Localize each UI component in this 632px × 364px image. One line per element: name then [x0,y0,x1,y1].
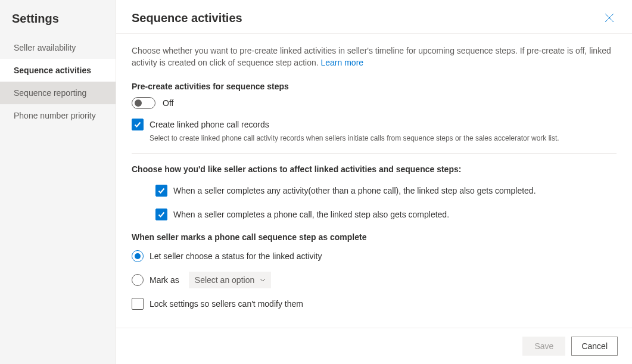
seller-action-1-checkbox[interactable] [155,185,167,197]
page-title: Sequence activities [132,11,242,25]
checkmark-icon [133,120,142,129]
lock-settings-row: Lock settings so sellers can't modify th… [132,298,617,310]
radio-let-seller-choose-row: Let seller choose a status for the linke… [132,250,617,262]
phone-records-row: Create linked phone call records Select … [132,119,617,144]
precreate-toggle-row: Off [132,97,617,109]
sidebar-item-sequence-reporting[interactable]: Sequence reporting [0,82,116,104]
radio-mark-as-row: Mark as Select an option [132,272,617,288]
save-button[interactable]: Save [522,337,565,356]
main-panel: Sequence activities Choose whether you w… [116,0,632,364]
radio-mark-as[interactable] [132,274,144,286]
phone-records-label: Create linked phone call records [150,119,617,130]
radio-let-seller-choose[interactable] [132,250,144,262]
seller-action-1-row: When a seller completes any activity(oth… [155,185,617,197]
seller-action-2-row: When a seller completes a phone call, th… [155,209,617,220]
panel-footer: Save Cancel [116,328,632,364]
sidebar-item-seller-availability[interactable]: Seller availability [0,36,116,59]
radio-let-seller-choose-label: Let seller choose a status for the linke… [150,251,322,261]
radio-dot [135,253,141,259]
panel-content: Choose whether you want to pre-create li… [116,34,632,328]
settings-sidebar: Settings Seller availability Sequence ac… [0,0,116,364]
close-button[interactable] [602,11,617,25]
mark-as-dropdown[interactable]: Select an option [189,272,271,288]
lock-settings-label: Lock settings so sellers can't modify th… [150,298,303,310]
checkmark-icon [157,210,166,219]
radio-mark-as-label: Mark as [150,275,179,285]
checkmark-icon [157,186,166,195]
phone-records-text: Create linked phone call records Select … [150,119,617,144]
learn-more-link[interactable]: Learn more [321,58,364,67]
cancel-button[interactable]: Cancel [571,337,618,356]
seller-action-1-label: When a seller completes any activity(oth… [173,185,536,197]
description-text: Choose whether you want to pre-create li… [132,46,611,67]
sidebar-title: Settings [0,0,116,36]
close-icon [605,13,614,23]
sidebar-item-phone-number-priority[interactable]: Phone number priority [0,104,116,127]
lock-settings-checkbox[interactable] [132,298,144,310]
seller-action-2-checkbox[interactable] [155,209,167,220]
panel-header: Sequence activities [116,0,632,34]
section-divider [132,153,617,154]
page-description: Choose whether you want to pre-create li… [132,45,617,69]
sidebar-item-sequence-activities[interactable]: Sequence activities [0,59,116,82]
precreate-toggle-label: Off [163,98,173,108]
seller-actions-title: Choose how you'd like seller actions to … [132,164,617,174]
precreate-toggle[interactable] [132,97,155,109]
phone-complete-title: When seller marks a phone call sequence … [132,232,617,242]
seller-action-2-label: When a seller completes a phone call, th… [173,209,449,220]
phone-records-desc: Select to create linked phone call activ… [150,133,617,144]
toggle-knob [135,99,142,107]
chevron-down-icon [259,276,266,284]
dropdown-placeholder: Select an option [195,275,254,285]
phone-records-checkbox[interactable] [132,119,144,130]
precreate-title: Pre-create activities for sequence steps [132,82,617,91]
